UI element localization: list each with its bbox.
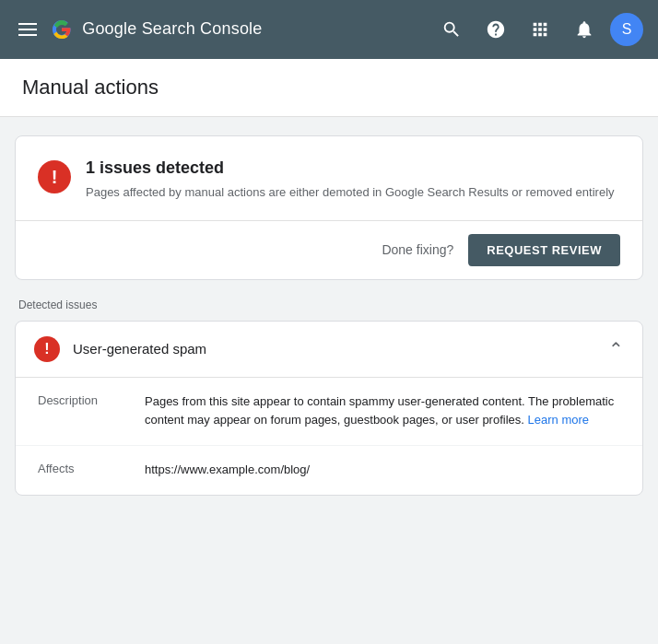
apps-icon	[530, 19, 550, 40]
issues-summary-card: ! 1 issues detected Pages affected by ma…	[15, 135, 643, 280]
done-fixing-label: Done fixing?	[382, 242, 453, 257]
issue-details: Description Pages from this site appear …	[16, 378, 642, 495]
issues-count-title: 1 issues detected	[86, 158, 620, 178]
search-icon	[441, 19, 462, 40]
logo-text-label: Google Search Console	[82, 19, 262, 38]
issue-error-icon: !	[34, 336, 60, 362]
issues-description: Pages affected by manual actions are eit…	[86, 183, 620, 202]
page-title: Manual actions	[22, 76, 636, 100]
main-content: ! 1 issues detected Pages affected by ma…	[0, 117, 658, 514]
error-icon-circle: !	[38, 160, 71, 193]
chevron-up-icon: ⌃	[608, 338, 624, 360]
request-review-button[interactable]: REQUEST REVIEW	[468, 234, 620, 266]
issues-summary-section: ! 1 issues detected Pages affected by ma…	[16, 136, 642, 221]
hamburger-menu[interactable]	[15, 19, 41, 40]
issue-item-header[interactable]: ! User-generated spam ⌃	[16, 322, 642, 378]
apps-button[interactable]	[522, 11, 558, 48]
affects-label: Affects	[38, 461, 130, 475]
issue-item-card: ! User-generated spam ⌃ Description Page…	[15, 321, 643, 496]
topnav-icon-group: S	[433, 11, 643, 48]
detected-issues-label: Detected issues	[15, 299, 643, 311]
page-header: Manual actions	[0, 59, 658, 117]
help-icon	[486, 19, 506, 40]
top-navigation: Google Search Console S	[0, 0, 658, 59]
notifications-button[interactable]	[566, 11, 603, 48]
user-avatar[interactable]: S	[610, 13, 643, 46]
affects-row: Affects https://www.example.com/blog/	[16, 446, 642, 495]
notifications-icon	[574, 19, 594, 40]
affects-url: https://www.example.com/blog/	[145, 461, 620, 480]
google-g-icon	[52, 19, 72, 40]
issues-action-row: Done fixing? REQUEST REVIEW	[16, 221, 642, 279]
issues-text-block: 1 issues detected Pages affected by manu…	[86, 158, 620, 202]
issue-item-title: User-generated spam	[73, 341, 608, 357]
description-label: Description	[38, 392, 130, 407]
learn-more-link[interactable]: Learn more	[528, 413, 589, 427]
search-button[interactable]	[433, 11, 470, 48]
help-button[interactable]	[477, 11, 514, 48]
app-logo: Google Search Console	[52, 19, 422, 40]
description-row: Description Pages from this site appear …	[16, 378, 642, 447]
logo-text: Google Search Console	[52, 19, 263, 40]
description-value: Pages from this site appear to contain s…	[145, 392, 620, 431]
